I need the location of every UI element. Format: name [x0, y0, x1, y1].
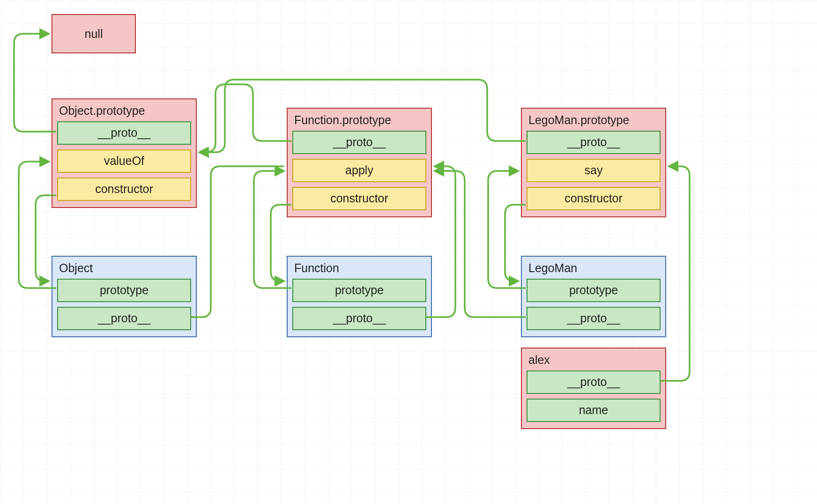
- arrow-function-prototype-to-funcproto: [254, 171, 291, 288]
- slot-object-prototype-proto: __proto__: [57, 121, 191, 145]
- title-object-ctor: Object: [57, 260, 191, 279]
- arrow-legoman-proto-to-funcproto: [435, 171, 526, 317]
- slot-function-ctor-prototype: prototype: [292, 279, 426, 302]
- arrow-object-proto-to-funcproto: [191, 166, 284, 317]
- slot-function-prototype-apply: apply: [292, 159, 426, 182]
- node-null: null: [52, 14, 136, 53]
- node-object-prototype: Object.prototype __proto__ valueOf const…: [52, 98, 197, 208]
- slot-legoman-ctor-prototype: prototype: [527, 279, 661, 302]
- slot-object-ctor-proto: __proto__: [57, 307, 191, 330]
- title-function-prototype: Function.prototype: [292, 112, 426, 131]
- node-legoman-prototype: LegoMan.prototype __proto__ say construc…: [521, 108, 666, 217]
- slot-function-prototype-proto: __proto__: [292, 131, 426, 154]
- node-object-ctor: Object prototype __proto__: [52, 256, 197, 337]
- slot-function-prototype-constructor: constructor: [292, 187, 426, 210]
- node-legoman-ctor: LegoMan prototype __proto__: [521, 256, 666, 337]
- title-object-prototype: Object.prototype: [57, 103, 191, 121]
- node-alex: alex __proto__ name: [521, 348, 666, 429]
- diagram-canvas: null Object.prototype __proto__ valueOf …: [0, 0, 817, 504]
- null-label: null: [85, 27, 103, 41]
- title-legoman-ctor: LegoMan: [527, 260, 661, 279]
- arrow-funcproto-to-objproto: [200, 84, 291, 152]
- slot-legoman-prototype-proto: __proto__: [527, 131, 661, 154]
- slot-object-prototype-constructor: constructor: [57, 178, 191, 201]
- title-function-ctor: Function: [292, 260, 426, 279]
- arrow-object-prototype-to-funcproto: [19, 162, 56, 288]
- arrow-objproto-to-null: [14, 34, 56, 132]
- title-alex: alex: [527, 352, 661, 371]
- node-function-prototype: Function.prototype __proto__ apply const…: [287, 108, 432, 217]
- title-legoman-prototype: LegoMan.prototype: [527, 112, 661, 131]
- slot-object-prototype-valueof: valueOf: [57, 149, 191, 173]
- arrow-legoman-prototype-to-legoproto: [488, 171, 526, 288]
- slot-legoman-prototype-constructor: constructor: [527, 187, 661, 210]
- slot-legoman-ctor-proto: __proto__: [527, 307, 661, 330]
- slot-alex-name: name: [527, 399, 661, 422]
- slot-function-ctor-proto: __proto__: [292, 307, 426, 330]
- slot-alex-proto: __proto__: [527, 371, 661, 394]
- node-function-ctor: Function prototype __proto__: [287, 256, 432, 337]
- arrow-layer: [0, 0, 817, 504]
- slot-object-ctor-prototype: prototype: [57, 279, 191, 302]
- slot-legoman-prototype-say: say: [527, 159, 661, 182]
